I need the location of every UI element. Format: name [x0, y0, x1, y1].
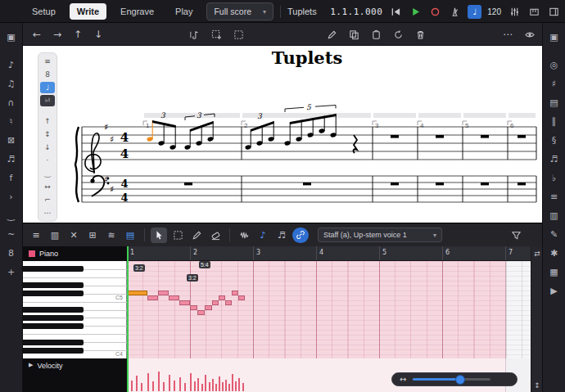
track-header[interactable]: Piano: [23, 246, 127, 261]
ornaments[interactable]: ~: [2, 226, 21, 243]
octave-lines[interactable]: 8: [2, 245, 21, 262]
copy-button[interactable]: [346, 27, 361, 42]
delete-button[interactable]: [413, 27, 427, 42]
velocity-bar[interactable]: [184, 383, 186, 391]
move-down-button[interactable]: ↓: [91, 27, 106, 42]
midi-note[interactable]: [158, 291, 169, 295]
selection-box-button[interactable]: [231, 27, 246, 42]
tab-engrave[interactable]: Engrave: [113, 3, 161, 20]
playing-techniques[interactable]: +: [2, 264, 21, 281]
black-key[interactable]: [23, 291, 84, 296]
marquee-tool[interactable]: [170, 228, 186, 243]
voices-panel[interactable]: ≡: [545, 188, 564, 205]
velocity-bar[interactable]: [228, 384, 230, 391]
midi-note[interactable]: [238, 295, 245, 300]
velocity-bar[interactable]: [205, 375, 206, 391]
go-back-button[interactable]: ←: [29, 27, 44, 42]
filters-panel[interactable]: ▥: [545, 207, 564, 224]
dynamics[interactable]: f: [2, 169, 21, 187]
zoom-slider[interactable]: [413, 378, 490, 381]
velocity-bar[interactable]: [163, 382, 165, 391]
percussion-editor-icon[interactable]: ✕: [66, 228, 82, 243]
velocity-bar[interactable]: [215, 384, 217, 391]
black-key[interactable]: [23, 315, 84, 321]
playhead-line[interactable]: [127, 246, 129, 392]
metronome-click-button[interactable]: [447, 4, 462, 19]
score-area[interactable]: Tuplets ≡8♩♭♮↑↕↓·‿↔⌐⋯ 1 2 3 4 5 6: [23, 46, 542, 223]
music-notation[interactable]: 1 2 3 4 5 6: [72, 97, 542, 219]
velocity-bar[interactable]: [235, 381, 237, 391]
note-input-button[interactable]: [187, 27, 201, 42]
extend-button[interactable]: ↔: [40, 181, 55, 192]
velocity-bar[interactable]: [212, 379, 214, 391]
insert-button[interactable]: ⌐: [40, 194, 55, 205]
grace-notes[interactable]: ♬: [2, 151, 21, 168]
piano-keyboard[interactable]: C5C4: [23, 261, 127, 358]
beam-grouping[interactable]: ♬: [545, 151, 564, 168]
draw-button[interactable]: [324, 27, 339, 42]
midi-note[interactable]: [219, 295, 225, 300]
velocity-bar[interactable]: [197, 378, 199, 391]
midi-note-selected[interactable]: [127, 291, 147, 295]
cc-lanes-icon[interactable]: ≋: [103, 228, 120, 243]
velocity-bar[interactable]: [174, 381, 175, 391]
black-key[interactable]: [23, 307, 84, 313]
velocity-bar[interactable]: [141, 383, 142, 391]
voice-select[interactable]: Staff (a), Up-stem voice 1 ▾: [318, 228, 442, 242]
note-input-tools[interactable]: ♫: [2, 75, 21, 92]
velocity-bar[interactable]: [238, 378, 240, 391]
right-zone-toggle-icon[interactable]: [546, 4, 561, 19]
rhythm-dot-button[interactable]: ·: [40, 155, 55, 166]
notes-tool[interactable]: ♪: [255, 228, 271, 243]
paste-button[interactable]: [368, 27, 383, 42]
layout-select[interactable]: Full score ▾: [206, 2, 273, 20]
barlines-panel[interactable]: ∥: [545, 113, 564, 130]
piano-roll-grid[interactable]: 3:25:43:2: [127, 261, 531, 358]
pointer-tool[interactable]: [151, 228, 167, 243]
accidentals-panel[interactable]: ♭: [545, 169, 564, 187]
velocity-bar[interactable]: [222, 382, 224, 391]
tab-write[interactable]: Write: [70, 3, 106, 20]
velocity-bar[interactable]: [219, 376, 220, 391]
tab-play[interactable]: Play: [168, 3, 200, 20]
velocity-bar[interactable]: [209, 382, 210, 391]
whole-rests-treble[interactable]: [391, 135, 526, 138]
midi-note[interactable]: [147, 295, 158, 300]
velocity-bar[interactable]: [136, 376, 138, 391]
midi-note[interactable]: [169, 295, 179, 300]
bars-ruler[interactable]: 1234567: [127, 246, 531, 261]
disclosure-triangle-icon[interactable]: ▶: [29, 362, 33, 368]
rewind-button[interactable]: [388, 4, 403, 19]
octave-button[interactable]: 8: [40, 69, 55, 80]
quarter-rest[interactable]: [354, 135, 357, 153]
velocity-bar[interactable]: [232, 374, 233, 391]
view-options-button[interactable]: [522, 27, 537, 42]
velocity-bar[interactable]: [201, 384, 203, 391]
black-key[interactable]: [23, 323, 84, 329]
slurs[interactable]: ‿: [2, 207, 21, 224]
midi-note[interactable]: [212, 300, 219, 305]
tuplet-group-4[interactable]: 5: [284, 103, 337, 146]
keyboard-panel-icon[interactable]: [527, 4, 541, 19]
zoom-slider-thumb[interactable]: [455, 375, 465, 385]
left-zone-toggle[interactable]: ▣: [2, 29, 21, 46]
notes-toolbox[interactable]: ♪: [2, 56, 21, 74]
midi-note[interactable]: [197, 310, 205, 315]
draw-tool[interactable]: [188, 228, 205, 243]
pitch-down-button[interactable]: ↓: [40, 142, 55, 153]
panel-swap-icon[interactable]: ⇄: [531, 250, 543, 258]
properties-filter[interactable]: ◎: [545, 56, 564, 74]
velocity-bar[interactable]: [131, 381, 133, 391]
black-key[interactable]: [23, 282, 84, 288]
midi-note[interactable]: [225, 300, 232, 305]
horizontal-zoom-icon[interactable]: ↔: [400, 375, 406, 384]
black-key[interactable]: [23, 340, 84, 345]
midi-note[interactable]: [232, 291, 238, 295]
strip-handle[interactable]: ≡: [40, 56, 55, 67]
keyboard-tools[interactable]: ▤: [545, 94, 564, 111]
velocity-bar[interactable]: [242, 383, 244, 391]
velocity-chart-icon[interactable]: ▥: [47, 228, 63, 243]
waveform-view-icon[interactable]: [236, 228, 252, 243]
velocity-bar[interactable]: [158, 372, 160, 391]
filter-icon[interactable]: [508, 228, 524, 243]
